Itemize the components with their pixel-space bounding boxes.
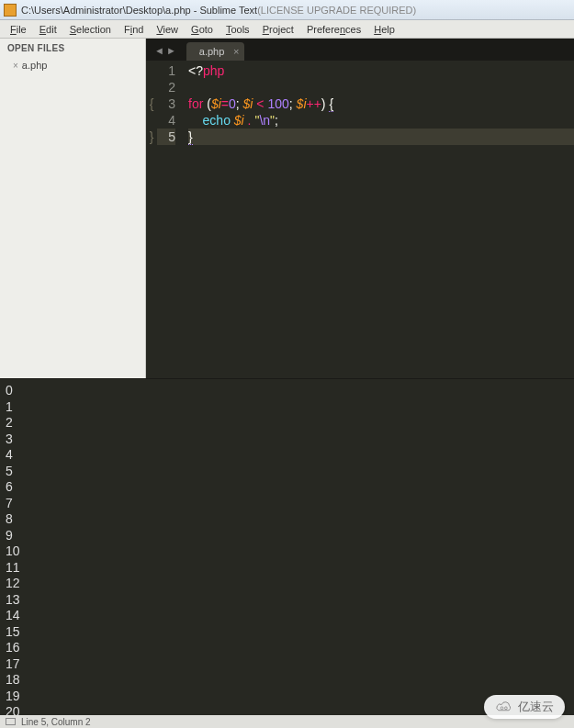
tab-nav-right-icon[interactable]: ► bbox=[166, 45, 176, 56]
window-titlebar: C:\Users\Administrator\Desktop\a.php - S… bbox=[0, 0, 574, 20]
cloud-icon bbox=[495, 700, 513, 714]
code-content[interactable]: <?phpfor ($i=0; $i < 100; $i++) { echo $… bbox=[183, 62, 574, 378]
console-line: 9 bbox=[6, 528, 568, 544]
menu-goto[interactable]: Goto bbox=[185, 22, 219, 37]
main-area: OPEN FILES ×a.php ◄ ► a.php× {} 12345 <?… bbox=[0, 39, 574, 378]
menu-view[interactable]: View bbox=[150, 22, 185, 37]
console-line: 13 bbox=[6, 592, 568, 609]
menu-edit[interactable]: Edit bbox=[33, 22, 63, 37]
console-line: 11 bbox=[6, 560, 568, 577]
status-cursor-position: Line 5, Column 2 bbox=[21, 717, 91, 727]
tab-bar: ◄ ► a.php× bbox=[146, 39, 574, 61]
sidebar-file[interactable]: ×a.php bbox=[0, 58, 145, 73]
console-line: 17 bbox=[6, 656, 568, 673]
file-tab[interactable]: a.php× bbox=[186, 42, 245, 61]
app-icon bbox=[4, 4, 17, 17]
console-line: 12 bbox=[6, 576, 568, 592]
console-line: 8 bbox=[6, 511, 568, 528]
menu-preferences[interactable]: Preferences bbox=[300, 22, 367, 37]
tab-nav-arrows[interactable]: ◄ ► bbox=[148, 40, 183, 61]
sidebar: OPEN FILES ×a.php bbox=[0, 39, 146, 378]
menu-bar: FileEditSelectionFindViewGotoToolsProjec… bbox=[0, 20, 574, 39]
menu-project[interactable]: Project bbox=[256, 22, 300, 37]
sidebar-open-files-header: OPEN FILES bbox=[0, 39, 145, 58]
console-line: 16 bbox=[6, 640, 568, 656]
code-area[interactable]: {} 12345 <?phpfor ($i=0; $i < 100; $i++)… bbox=[146, 61, 574, 378]
watermark-text: 亿速云 bbox=[518, 699, 554, 715]
title-license: (LICENSE UPGRADE REQUIRED) bbox=[257, 5, 416, 16]
line-gutter[interactable]: 12345 bbox=[157, 62, 183, 378]
close-icon[interactable]: × bbox=[13, 61, 18, 71]
console-line: 1 bbox=[6, 399, 568, 416]
console-line: 7 bbox=[6, 496, 568, 512]
menu-find[interactable]: Find bbox=[118, 22, 150, 37]
svg-point-1 bbox=[505, 707, 508, 710]
console-line: 18 bbox=[6, 672, 568, 689]
editor: ◄ ► a.php× {} 12345 <?phpfor ($i=0; $i <… bbox=[146, 39, 574, 378]
sidebar-file-name: a.php bbox=[22, 60, 48, 71]
svg-point-0 bbox=[501, 707, 503, 710]
menu-selection[interactable]: Selection bbox=[63, 22, 118, 37]
console-line: 0 bbox=[6, 383, 568, 399]
fold-column[interactable]: {} bbox=[146, 62, 157, 378]
title-path: C:\Users\Administrator\Desktop\a.php - S… bbox=[21, 5, 257, 16]
console-line: 4 bbox=[6, 447, 568, 464]
console-line: 5 bbox=[6, 464, 568, 480]
tab-nav-left-icon[interactable]: ◄ bbox=[154, 45, 164, 56]
console-line: 6 bbox=[6, 479, 568, 496]
menu-file[interactable]: File bbox=[4, 22, 33, 37]
menu-tools[interactable]: Tools bbox=[219, 22, 256, 37]
console-line: 10 bbox=[6, 543, 568, 560]
status-bar: Line 5, Column 2 bbox=[0, 715, 574, 728]
console-line: 3 bbox=[6, 431, 568, 448]
build-output-panel[interactable]: 01234567891011121314151617181920 bbox=[0, 378, 574, 715]
panel-switcher-icon[interactable] bbox=[6, 718, 16, 725]
tab-label: a.php bbox=[199, 46, 225, 57]
console-line: 15 bbox=[6, 624, 568, 641]
watermark: 亿速云 bbox=[484, 695, 565, 719]
console-line: 14 bbox=[6, 608, 568, 624]
console-line: 2 bbox=[6, 415, 568, 431]
menu-help[interactable]: Help bbox=[367, 22, 401, 37]
close-icon[interactable]: × bbox=[233, 46, 239, 57]
